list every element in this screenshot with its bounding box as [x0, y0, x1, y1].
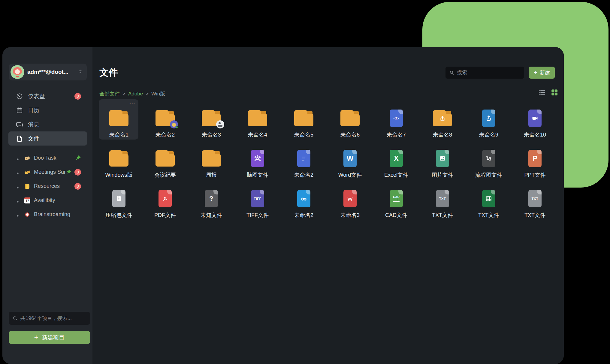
file-tile[interactable]: 未命名4	[234, 101, 281, 141]
sidebar-item-dashboard[interactable]: 仪表盘 3	[2, 89, 92, 103]
file-tile[interactable]: 未命名3	[327, 181, 373, 221]
file-tile[interactable]: ? 未知文件	[188, 181, 234, 221]
project-search-input[interactable]	[20, 315, 86, 321]
project-item-brainstroaming[interactable]: Brainstroaming	[2, 207, 92, 221]
word-file-icon: W	[343, 150, 357, 167]
file-tile[interactable]: TIFF TIFF文件	[234, 181, 281, 221]
file-tile[interactable]: ··· 未命名1	[96, 101, 142, 141]
sidebar-item-calendar[interactable]: 日历	[2, 103, 92, 117]
file-name: 未命名9	[479, 131, 498, 138]
file-name: CAD文件	[385, 212, 407, 219]
project-name: Resources	[34, 183, 60, 189]
sidebar-item-messages[interactable]: 消息	[2, 117, 92, 131]
project-search[interactable]	[9, 312, 90, 325]
file-tile[interactable]: 压缩包文件	[96, 181, 142, 221]
dimension-line-icon	[393, 199, 400, 202]
file-tile[interactable]: 未命名2	[142, 101, 188, 141]
file-tile[interactable]: 未命名10	[512, 101, 558, 141]
calendar-icon	[16, 107, 23, 114]
expand-arrow-icon[interactable]	[16, 199, 20, 202]
ppt-file-icon: P	[528, 150, 542, 167]
file-tile[interactable]: 周报	[188, 141, 234, 181]
unread-badge: 3	[74, 183, 81, 190]
file-tile[interactable]: 脑图文件	[234, 141, 281, 181]
mindmap-file-icon	[251, 150, 264, 167]
file-tile[interactable]: 未命名9	[466, 101, 512, 141]
new-project-button[interactable]: + 新建项目	[9, 331, 90, 344]
file-tile[interactable]: PDF文件	[142, 181, 188, 221]
sidebar-item-files[interactable]: 文件	[8, 131, 87, 146]
more-menu-icon[interactable]: ···	[129, 100, 135, 106]
folder-icon	[156, 150, 175, 167]
file-name: TIFF文件	[246, 212, 269, 219]
file-tile[interactable]: TXT文件	[466, 181, 512, 221]
file-tile[interactable]: 未命名5	[281, 101, 327, 141]
video-camera-icon	[531, 115, 539, 122]
expand-arrow-icon[interactable]	[16, 156, 20, 160]
project-item-availibity[interactable]: 17 Availibity	[2, 193, 92, 207]
file-name: PPT文件	[524, 171, 545, 179]
breadcrumb-all-files[interactable]: 全部文件	[99, 90, 120, 97]
file-tile[interactable]: 未命名2	[281, 141, 327, 181]
txt-file-icon: TXT	[436, 190, 449, 207]
pin-icon	[75, 155, 81, 161]
file-name: 流程图文件	[475, 171, 502, 179]
grid-view-icon[interactable]	[551, 89, 558, 98]
project-name: Meetings Sum...	[34, 169, 66, 175]
file-tile[interactable]: 图片文件	[419, 141, 466, 181]
file-name: 周报	[206, 171, 217, 179]
project-item-meetings[interactable]: Meetings Sum... 3	[2, 165, 92, 179]
search-icon	[12, 315, 18, 321]
breadcrumb-current: Win版	[151, 90, 165, 97]
breadcrumb-adobe[interactable]: Adobe	[128, 91, 143, 97]
file-tile[interactable]: 未命名3	[188, 101, 234, 141]
account-switcher[interactable]: adm***@doot...	[9, 64, 87, 80]
project-item-doo-task[interactable]: Doo Task	[2, 151, 92, 165]
project-list: Doo Task Meetings Sum... 3	[2, 151, 92, 221]
file-tile[interactable]: P PPT文件	[512, 141, 558, 181]
upload-file-icon	[482, 110, 495, 127]
file-tile[interactable]: ∞ 未命名2	[281, 181, 327, 221]
file-tile[interactable]: TXT TXT文件	[419, 181, 466, 221]
file-tile[interactable]: 未命名8	[419, 101, 466, 141]
shared-member-avatar	[170, 120, 178, 128]
pdf-file-icon	[159, 190, 172, 207]
file-tile[interactable]: 会议纪要	[142, 141, 188, 181]
excel-file-icon: X	[390, 150, 403, 167]
file-tile[interactable]: 未命名6	[327, 101, 373, 141]
project-item-resources[interactable]: Resources 3	[2, 179, 92, 193]
folder-icon	[109, 150, 128, 167]
file-name: 未命名4	[248, 131, 267, 138]
file-search[interactable]	[445, 67, 524, 79]
list-view-icon[interactable]	[538, 89, 546, 98]
file-tile[interactable]: 流程图文件	[466, 141, 512, 181]
file-tile[interactable]: W Word文件	[327, 141, 373, 181]
flowchart-file-icon	[482, 150, 495, 167]
project-name: Brainstroaming	[34, 211, 70, 218]
file-name: Excel文件	[384, 171, 408, 179]
expand-arrow-icon[interactable]	[16, 213, 20, 216]
notebook-emoji-icon	[24, 183, 30, 189]
file-tile[interactable]: Windows版	[96, 141, 142, 181]
code-file-icon: </>	[390, 110, 403, 127]
file-tile[interactable]: X Excel文件	[373, 141, 419, 181]
wps-file-icon	[343, 190, 357, 207]
new-file-button[interactable]: + 新建	[529, 67, 555, 79]
zip-file-icon	[112, 190, 125, 207]
cad-file-icon: CAD	[390, 190, 403, 207]
file-name: PDF文件	[154, 212, 176, 219]
file-name: 脑图文件	[247, 171, 268, 179]
file-name: 压缩包文件	[105, 212, 132, 219]
upload-icon	[485, 115, 492, 122]
file-search-input[interactable]	[457, 70, 521, 76]
file-tile[interactable]: TXT TXT文件	[512, 181, 558, 221]
tag-emoji-icon	[24, 155, 30, 161]
document-file-icon	[297, 150, 310, 167]
file-tile[interactable]: </> 未命名7	[373, 101, 419, 141]
file-name: 未命名3	[340, 212, 360, 219]
handshake-emoji-icon	[24, 169, 30, 175]
unknown-file-icon: ?	[205, 190, 218, 207]
expand-arrow-icon[interactable]	[16, 185, 20, 188]
file-tile[interactable]: CAD CAD文件	[373, 181, 419, 221]
expand-arrow-icon[interactable]	[16, 170, 20, 174]
